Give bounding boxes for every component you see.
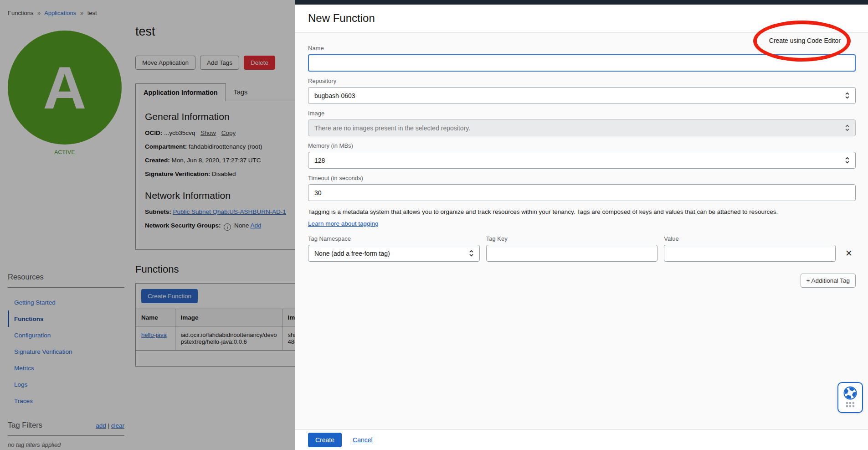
new-function-panel: New Function Create using Code Editor Na… bbox=[295, 5, 868, 450]
screen: Functions » Applications » test A ACTIVE… bbox=[0, 0, 868, 450]
memory-select[interactable]: 128 bbox=[308, 152, 856, 169]
panel-body: Name Repository bugbash-0603 Image There… bbox=[295, 33, 868, 429]
create-using-code-editor-link[interactable]: Create using Code Editor bbox=[769, 37, 841, 44]
tag-namespace-select-value: None (add a free-form tag) bbox=[314, 250, 390, 257]
additional-tag-button[interactable]: + Additional Tag bbox=[801, 274, 856, 288]
tag-value-label: Value bbox=[664, 235, 836, 242]
tag-key-input[interactable] bbox=[486, 245, 658, 262]
drag-dots-icon bbox=[846, 402, 854, 407]
name-field-label: Name bbox=[308, 45, 856, 52]
name-input[interactable] bbox=[308, 54, 856, 72]
image-field-label: Image bbox=[308, 110, 856, 117]
panel-header: New Function bbox=[295, 5, 868, 33]
close-icon: ✕ bbox=[845, 248, 853, 259]
repository-select-value: bugbash-0603 bbox=[314, 92, 355, 99]
image-select-value: There are no images present in the selec… bbox=[314, 124, 470, 132]
application-detail-page: Functions » Applications » test A ACTIVE… bbox=[0, 0, 295, 450]
panel-title: New Function bbox=[308, 12, 868, 25]
image-select-disabled: There are no images present in the selec… bbox=[308, 119, 856, 136]
tag-namespace-select[interactable]: None (add a free-form tag) bbox=[308, 245, 480, 262]
tagging-description: Tagging is a metadata system that allows… bbox=[308, 208, 856, 215]
timeout-input[interactable] bbox=[308, 184, 856, 201]
repository-field-label: Repository bbox=[308, 78, 856, 84]
create-button[interactable]: Create bbox=[308, 433, 342, 447]
learn-more-about-tagging-link[interactable]: Learn more about tagging bbox=[308, 220, 379, 227]
modal-overlay[interactable] bbox=[0, 0, 295, 450]
remove-tag-button[interactable]: ✕ bbox=[842, 245, 856, 262]
timeout-field-label: Timeout (in seconds) bbox=[308, 175, 856, 181]
memory-select-value: 128 bbox=[314, 157, 325, 164]
select-chevron-icon bbox=[845, 92, 850, 99]
help-widget[interactable] bbox=[837, 382, 863, 413]
tag-row: Tag Namespace None (add a free-form tag)… bbox=[308, 235, 856, 262]
tag-namespace-label: Tag Namespace bbox=[308, 235, 480, 242]
repository-select[interactable]: bugbash-0603 bbox=[308, 87, 856, 104]
tag-key-label: Tag Key bbox=[486, 235, 658, 242]
cancel-link[interactable]: Cancel bbox=[353, 436, 373, 444]
tag-value-input[interactable] bbox=[664, 245, 836, 262]
select-chevron-icon bbox=[469, 250, 474, 257]
life-ring-icon bbox=[843, 386, 858, 400]
select-chevron-icon bbox=[845, 157, 850, 164]
select-chevron-icon bbox=[845, 124, 850, 131]
memory-field-label: Memory (in MBs) bbox=[308, 142, 856, 149]
panel-footer: Create Cancel bbox=[295, 429, 868, 450]
